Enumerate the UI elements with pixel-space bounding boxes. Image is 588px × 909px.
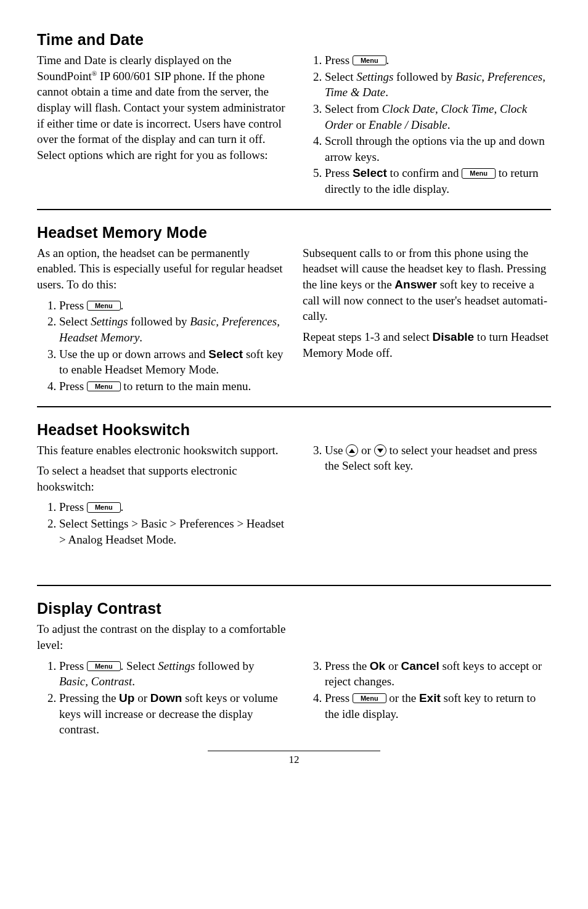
- step-2: Pressing the Up or Down soft keys or vol…: [59, 690, 285, 738]
- text: Press: [59, 659, 87, 672]
- page-content: Time and Date Time and Date is clearly d…: [0, 0, 588, 785]
- hookswitch-columns: This feature enables electronic hookswit…: [37, 442, 551, 548]
- softkey-disable: Disable: [433, 330, 475, 343]
- section-divider: [37, 406, 551, 407]
- text: Use: [325, 444, 346, 457]
- menu-button-icon: Menu: [353, 55, 386, 65]
- softkey-up: Up: [119, 691, 134, 704]
- headset-memory-columns: As an option, the headset can be perma­n…: [37, 245, 551, 395]
- display-contrast-right: Press the Ok or Cancel soft keys to acce…: [303, 658, 551, 738]
- menu-button-icon: Menu: [462, 168, 496, 178]
- hookswitch-right-steps: Use or to select your headset and press …: [303, 442, 551, 474]
- text: .: [386, 54, 390, 67]
- text: .: [447, 118, 451, 131]
- step-3: Use or to select your headset and press …: [325, 442, 551, 474]
- time-date-left: Time and Date is clearly displayed on th…: [37, 52, 285, 198]
- text-italic: Clock Time: [441, 102, 494, 115]
- text: Repeat steps 1-3 and select: [303, 330, 433, 343]
- text: Press the: [325, 659, 370, 672]
- hookswitch-left: This feature enables electronic hookswit…: [37, 442, 285, 548]
- step-3: Use the up or down arrows and Select sof…: [59, 346, 285, 378]
- text: . Select: [121, 659, 158, 672]
- text: Press: [325, 166, 353, 179]
- section-divider: [37, 585, 551, 586]
- softkey-exit: Exit: [419, 691, 441, 704]
- text: ,: [494, 102, 500, 115]
- menu-button-icon: Menu: [87, 661, 121, 671]
- text-italic: Clock Date: [382, 102, 435, 115]
- text: to confirm and: [387, 166, 462, 179]
- text: Select: [59, 315, 91, 328]
- heading-headset-hookswitch: Headset Hookswitch: [37, 421, 551, 439]
- headset-memory-right: Subsequent calls to or from this phone u…: [303, 245, 551, 395]
- text: or the: [386, 691, 419, 704]
- step-2: Select Settings followed by Basic, Prefe…: [325, 69, 551, 100]
- softkey-select: Select: [208, 348, 243, 361]
- heading-display-contrast: Display Contrast: [37, 600, 551, 618]
- text: fol­lowed by: [195, 659, 254, 672]
- text: or: [385, 659, 401, 672]
- text-italic: Settings: [91, 315, 128, 328]
- time-date-right: Press Menu. Select Settings followed by …: [303, 52, 551, 198]
- step-4: Press Menu to return to the main menu.: [59, 378, 285, 394]
- text: .: [121, 299, 124, 312]
- headset-memory-left: As an option, the headset can be perma­n…: [37, 245, 285, 395]
- text: Press: [59, 500, 87, 513]
- down-arrow-icon: [374, 444, 386, 457]
- footer-rule: [208, 751, 380, 751]
- text: .: [385, 86, 388, 99]
- headset-memory-right-p2: Repeat steps 1-3 and select Disable to t…: [303, 329, 551, 361]
- text-italic: Enable / Disable: [369, 118, 447, 131]
- time-date-steps: Press Menu. Select Settings followed by …: [303, 52, 551, 197]
- menu-button-icon: Menu: [353, 693, 386, 703]
- step-1: Press Menu.: [325, 52, 551, 68]
- softkey-answer: Answer: [394, 278, 437, 291]
- text: Press: [325, 691, 353, 704]
- hookswitch-intro: This feature enables electronic hookswit…: [37, 442, 285, 459]
- menu-button-icon: Menu: [87, 502, 121, 512]
- time-date-columns: Time and Date is clearly displayed on th…: [37, 52, 551, 198]
- softkey-select: Select: [353, 166, 387, 179]
- text: IP 600/601 SIP phone. If the phone canno…: [37, 70, 285, 161]
- text: or: [134, 691, 150, 704]
- text: Use the up or down arrows and: [59, 348, 208, 361]
- step-4: Press Menu or the Exit soft key to retur…: [325, 690, 551, 722]
- text: or: [353, 118, 369, 131]
- softkey-cancel: Cancel: [401, 659, 439, 672]
- up-arrow-icon: [346, 444, 358, 457]
- softkey-down: Down: [150, 691, 182, 704]
- softkey-ok: Ok: [370, 659, 385, 672]
- menu-button-icon: Menu: [87, 381, 121, 391]
- text: Press: [59, 299, 87, 312]
- hookswitch-right: Use or to select your headset and press …: [303, 442, 551, 548]
- display-contrast-right-steps: Press the Ok or Cancel soft keys to acce…: [303, 658, 551, 722]
- heading-time-and-date: Time and Date: [37, 31, 551, 49]
- time-date-intro: Time and Date is clearly displayed on th…: [37, 52, 285, 163]
- section-divider: [37, 209, 551, 210]
- text-italic: Settings: [158, 659, 195, 672]
- display-contrast-left-steps: Press Menu. Select Settings fol­lowed by…: [37, 658, 285, 738]
- text: to return to the main menu.: [121, 380, 251, 393]
- text: or: [358, 444, 374, 457]
- display-contrast-columns: Press Menu. Select Settings fol­lowed by…: [37, 658, 551, 738]
- display-contrast-left: Press Menu. Select Settings fol­lowed by…: [37, 658, 285, 738]
- text-italic: Settings: [356, 70, 393, 83]
- text: followed by: [128, 315, 190, 328]
- headset-memory-intro: As an option, the headset can be perma­n…: [37, 245, 285, 293]
- step-3: Press the Ok or Cancel soft keys to acce…: [325, 658, 551, 690]
- text: Select: [325, 70, 356, 83]
- text: Pressing the: [59, 691, 119, 704]
- hookswitch-intro2: To select a headset that supports electr…: [37, 463, 285, 494]
- step-1: Press Menu.: [59, 298, 285, 314]
- step-1: Press Menu.: [59, 499, 285, 515]
- text: ,: [435, 102, 441, 115]
- step-5: Press Select to confirm and Menu to retu…: [325, 165, 551, 197]
- heading-headset-memory: Headset Memory Mode: [37, 224, 551, 242]
- text-italic: Basic, Contrast: [59, 675, 132, 688]
- step-2: Select Settings > Basic > Preferences > …: [59, 516, 285, 547]
- text: .: [139, 331, 142, 344]
- step-2: Select Settings followed by Basic, Prefe…: [59, 314, 285, 345]
- display-contrast-intro-col: To adjust the contrast on the display to…: [37, 621, 294, 653]
- text: Select from: [325, 102, 382, 115]
- text: Press: [59, 380, 87, 393]
